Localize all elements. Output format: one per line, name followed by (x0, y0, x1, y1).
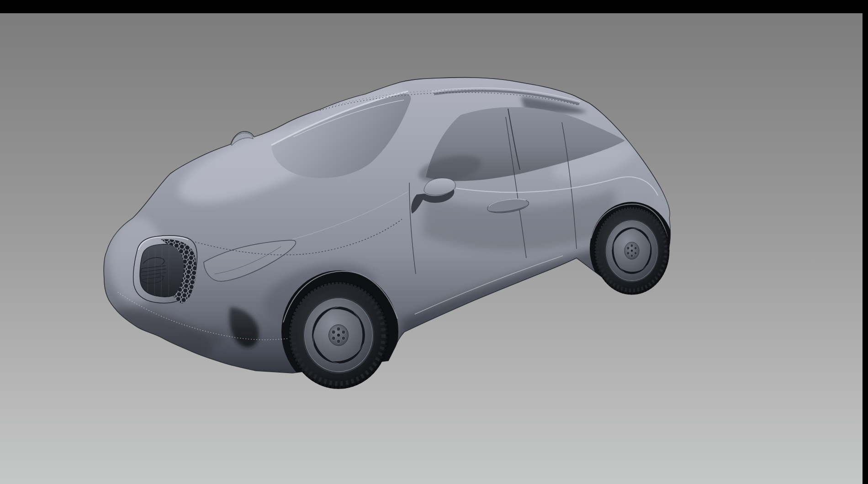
car-body (102, 75, 675, 393)
viewport-3d[interactable] (0, 13, 863, 484)
front-grille (133, 236, 197, 304)
rear-wheel (594, 207, 669, 295)
right-letterbox-bar (863, 0, 868, 484)
top-letterbox-bar (0, 0, 868, 13)
car-model[interactable] (0, 13, 863, 484)
front-wheel (289, 282, 388, 389)
